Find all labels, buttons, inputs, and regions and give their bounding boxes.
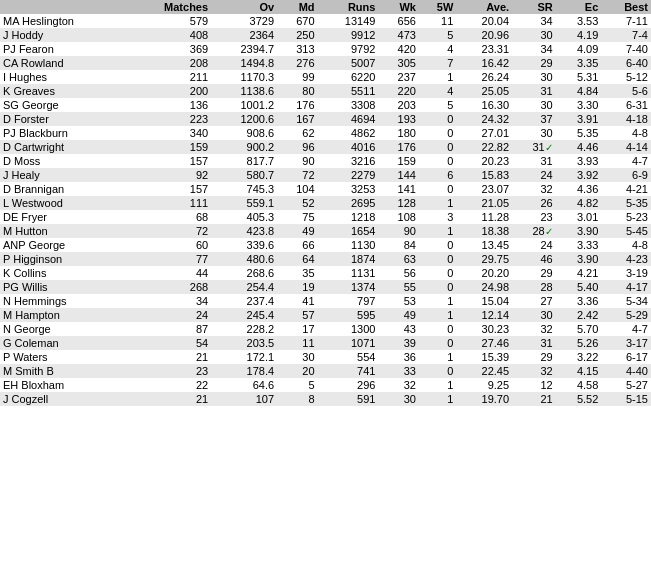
table-cell: 1654 <box>318 224 379 238</box>
table-cell: 28✓ <box>512 224 556 238</box>
table-cell: 21 <box>512 392 556 406</box>
table-cell: K Greaves <box>0 84 128 98</box>
table-cell: 21.05 <box>456 196 512 210</box>
table-cell: 64.6 <box>211 378 277 392</box>
table-cell: 22.45 <box>456 364 512 378</box>
table-cell: 62 <box>277 126 318 140</box>
table-cell: 24 <box>128 308 211 322</box>
table-cell: 3.01 <box>556 210 602 224</box>
table-cell: 4.19 <box>556 28 602 42</box>
table-cell: 203.5 <box>211 336 277 350</box>
column-header: Ec <box>556 0 602 14</box>
table-cell: I Hughes <box>0 70 128 84</box>
table-cell: 159 <box>128 140 211 154</box>
table-cell: 6-31 <box>601 98 651 112</box>
table-cell: 159 <box>378 154 419 168</box>
table-cell: 22.82 <box>456 140 512 154</box>
table-cell: 5.40 <box>556 280 602 294</box>
column-header: Wk <box>378 0 419 14</box>
table-cell: 5-23 <box>601 210 651 224</box>
table-cell: 3.22 <box>556 350 602 364</box>
table-cell: PJ Blackburn <box>0 126 128 140</box>
table-row: M Hampton24245.45759549112.14302.425-29 <box>0 308 651 322</box>
table-cell: 0 <box>419 280 456 294</box>
tick-icon: ✓ <box>545 226 553 237</box>
table-row: J Cogzell21107859130119.70215.525-15 <box>0 392 651 406</box>
table-cell: 1 <box>419 196 456 210</box>
table-cell: N Hemmings <box>0 294 128 308</box>
table-cell: 21 <box>128 350 211 364</box>
table-cell: 29 <box>512 350 556 364</box>
table-cell: 5-29 <box>601 308 651 322</box>
table-row: D Moss157817.7903216159020.23313.934-7 <box>0 154 651 168</box>
table-cell: 18.38 <box>456 224 512 238</box>
table-cell: J Hoddy <box>0 28 128 42</box>
table-row: DE Fryer68405.3751218108311.28233.015-23 <box>0 210 651 224</box>
table-cell: 7-40 <box>601 42 651 56</box>
table-cell: 3-19 <box>601 266 651 280</box>
tick-icon: ✓ <box>545 142 553 153</box>
table-cell: 30 <box>512 98 556 112</box>
table-cell: 15.39 <box>456 350 512 364</box>
table-cell: 107 <box>211 392 277 406</box>
table-cell: 3.35 <box>556 56 602 70</box>
table-cell: 4 <box>419 84 456 98</box>
table-cell: 111 <box>128 196 211 210</box>
table-cell: 157 <box>128 154 211 168</box>
table-cell: 8 <box>277 392 318 406</box>
table-cell: 0 <box>419 322 456 336</box>
table-cell: 23 <box>512 210 556 224</box>
table-cell: N George <box>0 322 128 336</box>
table-cell: 24.32 <box>456 112 512 126</box>
table-cell: J Cogzell <box>0 392 128 406</box>
table-cell: 56 <box>378 266 419 280</box>
table-cell: 220 <box>378 84 419 98</box>
table-cell: 128 <box>378 196 419 210</box>
table-cell: 22 <box>128 378 211 392</box>
table-cell: 3216 <box>318 154 379 168</box>
table-cell: 5-12 <box>601 70 651 84</box>
table-cell: 4.15 <box>556 364 602 378</box>
table-cell: 313 <box>277 42 318 56</box>
table-cell: 172.1 <box>211 350 277 364</box>
table-cell: 193 <box>378 112 419 126</box>
table-cell: 104 <box>277 182 318 196</box>
table-cell: 1874 <box>318 252 379 266</box>
table-cell: 29 <box>512 266 556 280</box>
table-cell: 2394.7 <box>211 42 277 56</box>
table-cell: 296 <box>318 378 379 392</box>
table-cell: 5-27 <box>601 378 651 392</box>
table-cell: 595 <box>318 308 379 322</box>
table-cell: 2695 <box>318 196 379 210</box>
table-cell: 339.6 <box>211 238 277 252</box>
table-cell: 3308 <box>318 98 379 112</box>
table-cell: P Higginson <box>0 252 128 266</box>
table-cell: 43 <box>378 322 419 336</box>
table-cell: 30 <box>512 70 556 84</box>
table-cell: 34 <box>512 14 556 28</box>
table-cell: 5.26 <box>556 336 602 350</box>
table-cell: 4-8 <box>601 238 651 252</box>
table-cell: 208 <box>128 56 211 70</box>
table-cell: 369 <box>128 42 211 56</box>
table-row: M Smith B23178.42074133022.45324.154-40 <box>0 364 651 378</box>
table-cell: 1 <box>419 378 456 392</box>
table-cell: 1 <box>419 70 456 84</box>
table-cell: 20.96 <box>456 28 512 42</box>
table-cell: 745.3 <box>211 182 277 196</box>
table-cell: 900.2 <box>211 140 277 154</box>
table-cell: 5 <box>419 98 456 112</box>
table-cell: 1200.6 <box>211 112 277 126</box>
table-cell: SG George <box>0 98 128 112</box>
table-cell: 1494.8 <box>211 56 277 70</box>
column-header <box>0 0 128 14</box>
table-cell: 26 <box>512 196 556 210</box>
table-row: N George87228.217130043030.23325.704-7 <box>0 322 651 336</box>
table-cell: 23 <box>128 364 211 378</box>
table-cell: 3 <box>419 210 456 224</box>
stats-table: MatchesOvMdRunsWk5WAve.SREcBest MA Hesli… <box>0 0 651 406</box>
table-cell: 12.14 <box>456 308 512 322</box>
table-cell: 31 <box>512 84 556 98</box>
table-cell: 3.36 <box>556 294 602 308</box>
table-cell: 4016 <box>318 140 379 154</box>
